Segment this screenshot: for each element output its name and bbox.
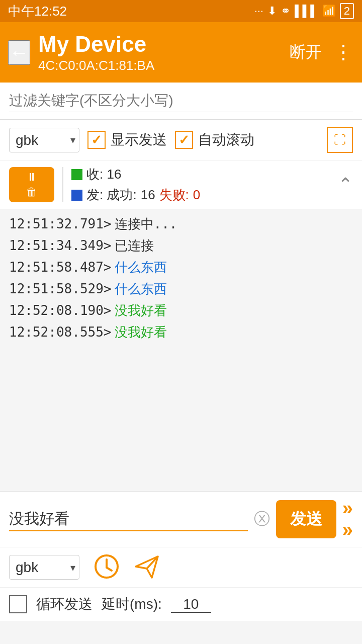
history-icon [94, 553, 120, 580]
log-line-5: 12:52:08.190> 没我好看 [9, 301, 353, 320]
device-name: My Device [38, 31, 282, 58]
auto-scroll-checkbox[interactable]: ✓ [175, 131, 193, 149]
loop-send-checkbox[interactable] [9, 595, 27, 613]
delay-label: 延时(ms): [102, 595, 162, 614]
toolbar: ← My Device 4C:C0:0A:C1:81:BA 断开 ⋮ [0, 22, 362, 83]
log-area: 12:51:32.791> 连接中... 12:51:34.349> 已连接 1… [0, 209, 362, 491]
recv-stat: 收: 16 [71, 166, 200, 183]
vertical-divider [62, 167, 63, 202]
recv-label: 收: 16 [86, 166, 121, 183]
log-line-6: 12:52:08.555> 没我好看 [9, 323, 353, 342]
battery-icon: 2 [340, 3, 354, 19]
log-line-1: 12:51:32.791> 连接中... [9, 214, 353, 234]
status-icons: ··· ⬇︎ ⚭ ▌▌▌ 📶 2 [254, 3, 354, 19]
log-time-2: 12:51:34.349> [9, 236, 112, 256]
log-msg-2: 已连接 [115, 236, 154, 256]
encoding-select-wrapper: gbk utf-8 ascii [9, 128, 79, 152]
show-send-label: 显示发送 [111, 130, 167, 149]
log-time-6: 12:52:08.555> [9, 323, 112, 342]
bluetooth-icon: ⬇︎ [267, 5, 277, 18]
input-area: ⓧ 发送 »» [0, 491, 362, 547]
loop-send-label: 循环发送 [36, 595, 93, 614]
status-time: 中午12:52 [8, 3, 67, 20]
auto-scroll-label: 自动滚动 [198, 130, 254, 149]
input-row: ⓧ 发送 »» [9, 498, 353, 541]
device-mac: 4C:C0:0A:C1:81:BA [38, 58, 282, 73]
clear-input-button[interactable]: ⓧ [254, 508, 270, 530]
signal-icon: ▌▌▌ [295, 5, 318, 18]
send-stat: 发: 成功: 16 失败: 0 [71, 186, 200, 204]
encoding-select2-wrapper: gbk utf-8 ascii [9, 555, 79, 580]
log-msg-6: 没我好看 [115, 323, 167, 342]
encoding-select[interactable]: gbk utf-8 ascii [9, 128, 79, 152]
toolbar-title: My Device 4C:C0:0A:C1:81:BA [38, 31, 282, 73]
history-button[interactable] [94, 553, 120, 581]
recv-dot-icon [71, 169, 82, 180]
auto-scroll-group: ✓ 自动滚动 [175, 130, 254, 149]
pause-icon: ⏸ [26, 171, 37, 184]
bluetooth-icon2: ⚭ [281, 4, 291, 18]
send-preset-button[interactable] [134, 553, 160, 581]
log-msg-3: 什么东西 [115, 258, 167, 277]
more-menu-button[interactable]: ⋮ [334, 41, 354, 63]
encoding-select2[interactable]: gbk utf-8 ascii [9, 555, 79, 580]
expand-button[interactable]: ⛶ [327, 127, 353, 153]
pause-clear-button[interactable]: ⏸ 🗑 [9, 167, 54, 202]
loop-row: 循环发送 延时(ms): [0, 587, 362, 621]
svg-line-2 [107, 568, 112, 571]
log-msg-5: 没我好看 [115, 301, 167, 320]
send-button[interactable]: 发送 [276, 500, 336, 538]
delay-input[interactable] [171, 596, 211, 613]
stats-text: 收: 16 发: 成功: 16 失败: 0 [71, 166, 200, 204]
send-dot-icon [71, 190, 82, 201]
checkmark-icon: ✓ [91, 132, 102, 148]
filter-bar [0, 83, 362, 120]
log-line-3: 12:51:58.487> 什么东西 [9, 258, 353, 277]
stats-row: ⏸ 🗑 收: 16 发: 成功: 16 失败: 0 ⌃ [0, 160, 362, 209]
back-button[interactable]: ← [8, 40, 30, 65]
log-msg-1: 连接中... [115, 214, 177, 234]
disconnect-button[interactable]: 断开 [290, 41, 322, 63]
clear-input-icon: ⓧ [254, 510, 270, 528]
chevron-down-double-icon: »» [342, 498, 353, 540]
toolbar-actions: 断开 ⋮ [290, 41, 354, 63]
log-msg-4: 什么东西 [115, 279, 167, 299]
show-send-group: ✓ 显示发送 [87, 130, 167, 149]
log-line-4: 12:51:58.529> 什么东西 [9, 279, 353, 299]
bottom-controls: gbk utf-8 ascii [0, 547, 362, 587]
show-send-checkbox[interactable]: ✓ [87, 131, 106, 149]
signal-dots-icon: ··· [254, 5, 263, 18]
filter-input[interactable] [9, 90, 353, 112]
send-fail: 0 [193, 187, 200, 203]
controls-row: gbk utf-8 ascii ✓ 显示发送 ✓ 自动滚动 ⛶ [0, 120, 362, 160]
send-fail-label: 失败: [159, 186, 189, 204]
send-success: 16 [141, 187, 155, 203]
status-bar: 中午12:52 ··· ⬇︎ ⚭ ▌▌▌ 📶 2 [0, 0, 362, 22]
log-time-4: 12:51:58.529> [9, 279, 112, 299]
message-input[interactable] [9, 507, 248, 531]
wifi-icon: 📶 [322, 5, 336, 18]
log-time-1: 12:51:32.791> [9, 214, 112, 234]
checkmark2-icon: ✓ [178, 132, 190, 148]
send-preset-icon [134, 553, 160, 580]
clear-icon: 🗑 [26, 186, 37, 199]
log-line-2: 12:51:34.349> 已连接 [9, 236, 353, 256]
log-time-5: 12:52:08.190> [9, 301, 112, 320]
log-time-3: 12:51:58.487> [9, 258, 112, 277]
collapse-button[interactable]: ⌃ [338, 174, 353, 195]
scroll-down-button[interactable]: »» [342, 498, 353, 541]
expand-icon: ⛶ [334, 133, 346, 147]
send-prefix: 发: 成功: [86, 186, 137, 204]
